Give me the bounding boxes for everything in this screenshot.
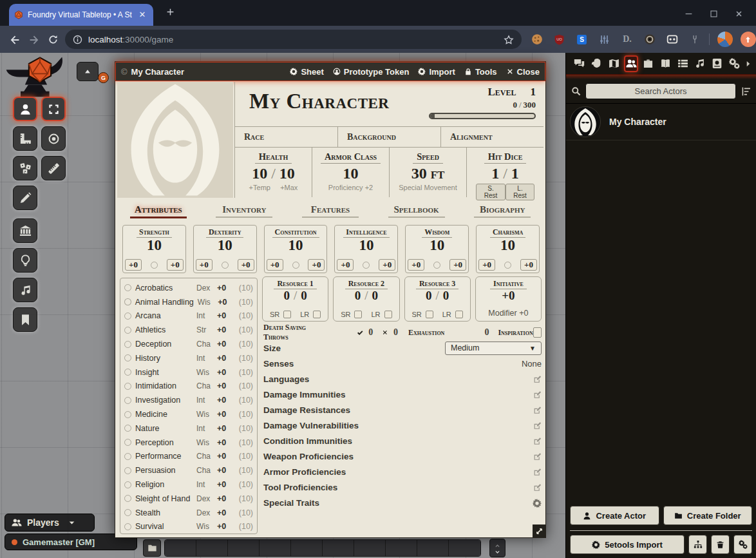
sheet-button[interactable]: Sheet bbox=[290, 67, 323, 77]
ublock-shield-icon[interactable]: UO bbox=[553, 33, 566, 46]
skill-proficiency-radio[interactable] bbox=[124, 313, 131, 320]
5etools-import-button[interactable]: 5etools Import bbox=[570, 535, 685, 554]
resource-label[interactable]: Resource 1 bbox=[274, 279, 316, 289]
edit-icon[interactable] bbox=[533, 452, 542, 461]
skill-row[interactable]: IntimidationCha+0(10) bbox=[124, 380, 253, 394]
hotbar-page-control[interactable] bbox=[489, 539, 506, 557]
ability-dexterity[interactable]: Dexterity10+0+0 bbox=[193, 225, 257, 273]
skill-row[interactable]: NatureInt+0(10) bbox=[124, 421, 253, 436]
sidebar-tab-chat[interactable] bbox=[572, 55, 587, 72]
lr-checkbox[interactable] bbox=[455, 311, 463, 318]
skill-name[interactable]: Religion bbox=[135, 480, 193, 489]
inspiration-checkbox[interactable] bbox=[533, 327, 542, 338]
url-bar[interactable]: localhost:30000/game bbox=[65, 30, 522, 49]
edit-icon[interactable] bbox=[533, 405, 542, 415]
skill-row[interactable]: MedicineWis+0(10) bbox=[124, 407, 253, 421]
skill-proficiency-radio[interactable] bbox=[124, 481, 131, 488]
ability-score[interactable]: 10 bbox=[194, 238, 256, 253]
ability-mod-box[interactable]: +0 bbox=[449, 259, 466, 271]
fork-extension-icon[interactable] bbox=[688, 33, 701, 46]
back-button[interactable] bbox=[5, 34, 24, 45]
skill-proficiency-radio[interactable] bbox=[124, 383, 131, 390]
skill-name[interactable]: Survival bbox=[135, 522, 193, 531]
macro-slot[interactable] bbox=[449, 540, 480, 556]
speed-stat[interactable]: Speed 30 ft Special Movement bbox=[390, 148, 467, 197]
exhaustion-value[interactable]: 0 bbox=[484, 327, 489, 338]
skill-proficiency-radio[interactable] bbox=[124, 341, 131, 348]
ability-mod-box[interactable]: +0 bbox=[379, 259, 395, 271]
skill-name[interactable]: Deception bbox=[135, 340, 193, 349]
tab-inventory[interactable]: Inventory bbox=[202, 202, 288, 222]
proficiency-radio[interactable] bbox=[363, 262, 370, 269]
actor-avatar[interactable] bbox=[570, 106, 601, 137]
sidebar-tab-settings[interactable] bbox=[727, 55, 741, 72]
edit-icon[interactable] bbox=[533, 436, 542, 446]
select-token-tool[interactable] bbox=[13, 97, 37, 121]
notes-controls[interactable] bbox=[13, 307, 37, 332]
template-circle-tool[interactable] bbox=[41, 126, 66, 151]
tab-features[interactable]: Features bbox=[287, 202, 373, 222]
ability-save-box[interactable]: +0 bbox=[267, 259, 283, 271]
skill-name[interactable]: Medicine bbox=[135, 410, 193, 419]
tab-attributes[interactable]: Attributes bbox=[115, 202, 202, 222]
skill-row[interactable]: InsightWis+0(10) bbox=[124, 365, 253, 380]
edit-icon[interactable] bbox=[533, 483, 542, 492]
search-input[interactable] bbox=[585, 83, 736, 99]
gear-icon[interactable] bbox=[533, 497, 542, 507]
macro-slot[interactable] bbox=[417, 540, 449, 556]
edit-icon[interactable] bbox=[533, 452, 542, 461]
hotbar-page-down-icon[interactable] bbox=[494, 548, 501, 554]
skill-proficiency-radio[interactable] bbox=[124, 439, 131, 446]
sidebar-tab-tables[interactable] bbox=[676, 55, 690, 72]
macro-slot[interactable] bbox=[354, 540, 386, 556]
macro-slot[interactable] bbox=[323, 540, 354, 556]
dice-tool[interactable] bbox=[13, 156, 37, 180]
skill-name[interactable]: Animal Handling bbox=[135, 298, 194, 307]
ability-wisdom[interactable]: Wisdom10+0+0 bbox=[405, 225, 469, 273]
ability-save-box[interactable]: +0 bbox=[196, 259, 213, 271]
skill-proficiency-radio[interactable] bbox=[124, 327, 131, 334]
skill-proficiency-radio[interactable] bbox=[124, 523, 131, 530]
window-resize-handle[interactable] bbox=[533, 524, 545, 537]
ability-score[interactable]: 10 bbox=[477, 238, 539, 253]
bookmark-star-icon[interactable] bbox=[504, 34, 514, 45]
sidebar-tab-combat[interactable] bbox=[590, 55, 604, 72]
skill-row[interactable]: InvestigationInt+0(10) bbox=[124, 393, 253, 407]
macro-slot[interactable] bbox=[291, 540, 323, 556]
ability-score[interactable]: 10 bbox=[406, 238, 468, 253]
ability-mod-box[interactable]: +0 bbox=[308, 259, 325, 271]
death-save-success-count[interactable]: 0 bbox=[368, 327, 373, 338]
skill-proficiency-radio[interactable] bbox=[124, 397, 131, 404]
edit-icon[interactable] bbox=[533, 390, 542, 399]
sidebar-tab-items[interactable] bbox=[641, 55, 656, 72]
proficiency-radio[interactable] bbox=[222, 262, 229, 269]
site-info-icon[interactable] bbox=[73, 34, 82, 45]
initiative-modifier[interactable]: Modifier +0 bbox=[476, 309, 541, 318]
resource-value[interactable]: 0/0 bbox=[334, 289, 399, 302]
skill-name[interactable]: Acrobatics bbox=[135, 284, 193, 293]
ability-save-box[interactable]: +0 bbox=[478, 259, 495, 271]
scene-nav-collapse-button[interactable] bbox=[77, 62, 99, 81]
proficiency-radio[interactable] bbox=[151, 262, 158, 269]
ability-mod-box[interactable]: +0 bbox=[238, 259, 254, 271]
skill-name[interactable]: Investigation bbox=[135, 396, 193, 405]
browser-update-button[interactable] bbox=[741, 32, 756, 47]
field-background[interactable]: Background bbox=[338, 127, 441, 147]
tab-spellbook[interactable]: Spellbook bbox=[373, 202, 460, 222]
field-alignment[interactable]: Alignment bbox=[441, 127, 543, 147]
forward-button[interactable] bbox=[24, 34, 44, 45]
sidebar-tab-journal[interactable] bbox=[659, 55, 673, 72]
character-name-field[interactable]: My Character bbox=[249, 90, 389, 113]
skill-name[interactable]: Perception bbox=[135, 438, 193, 447]
drawing-controls[interactable] bbox=[13, 186, 37, 210]
new-tab-button[interactable] bbox=[162, 6, 178, 21]
skill-row[interactable]: AcrobaticsDex+0(10) bbox=[124, 281, 253, 295]
special-movement-link[interactable]: Special Movement bbox=[390, 184, 466, 191]
macro-slot[interactable] bbox=[196, 540, 228, 556]
skill-row[interactable]: DeceptionCha+0(10) bbox=[124, 337, 253, 351]
edit-icon[interactable] bbox=[533, 483, 542, 492]
initiative-box[interactable]: Initiative+0Modifier +0 bbox=[475, 276, 542, 322]
skill-proficiency-radio[interactable] bbox=[124, 298, 131, 305]
long-rest-button[interactable]: L. Rest bbox=[506, 184, 534, 200]
lens-extension-icon[interactable] bbox=[643, 33, 656, 46]
